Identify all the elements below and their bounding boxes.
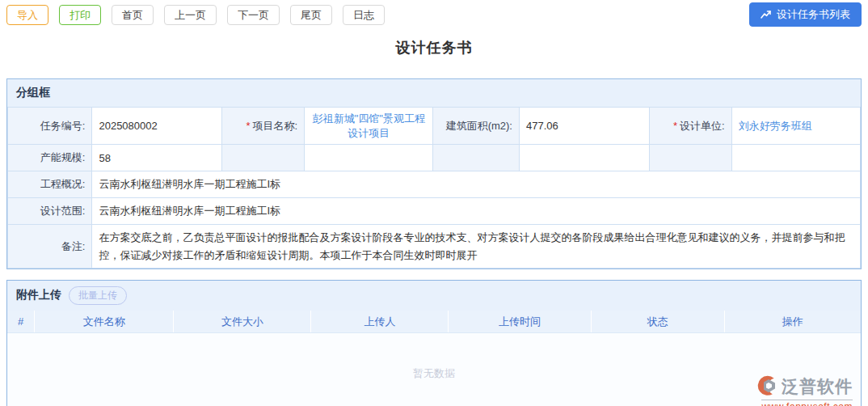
required-asterisk: * [246, 120, 250, 132]
toolbar: 导入 打印 首页 上一页 下一页 尾页 日志 设计任务书列表 [0, 0, 868, 26]
trending-up-icon [761, 10, 772, 19]
attachments-table: # 文件名称 文件大小 上传人 上传时间 状态 操作 [7, 311, 861, 334]
prev-page-button[interactable]: 上一页 [164, 5, 217, 25]
building-area-label: 建筑面积(m2): [433, 108, 520, 145]
empty-data-placeholder: 暂无数据 [7, 333, 861, 406]
project-name-label: *项目名称: [221, 108, 304, 145]
group-box-header: 分组框 [7, 79, 861, 107]
form-row-4: 设计范围: 云南水利枢纽潜明水库一期工程施工I标 [8, 198, 861, 225]
remark-label: 备注: [8, 225, 92, 269]
design-unit-value: 刘永好劳务班组 [731, 108, 860, 145]
col-upload-time: 上传时间 [449, 311, 591, 333]
overview-value: 云南水利枢纽潜明水库一期工程施工I标 [92, 171, 861, 198]
col-status: 状态 [591, 311, 724, 333]
attachments-header: 附件上传 批量上传 [7, 281, 861, 311]
form-row-3: 工程概况: 云南水利枢纽潜明水库一期工程施工I标 [8, 171, 861, 198]
attachments-table-header-row: # 文件名称 文件大小 上传人 上传时间 状态 操作 [7, 311, 861, 333]
brand-name: 泛普软件 [782, 375, 853, 398]
group-box-title: 分组框 [16, 86, 50, 100]
attachments-section: 附件上传 批量上传 # 文件名称 文件大小 上传人 上传时间 状态 操作 暂无数… [6, 280, 862, 406]
log-button[interactable]: 日志 [343, 5, 385, 25]
capacity-value: 58 [92, 145, 221, 171]
form-row-1: 任务编号: 2025080002 *项目名称: 彭祖新城"四馆"景观工程设计项目… [8, 108, 861, 145]
task-no-value: 2025080002 [92, 108, 221, 145]
required-asterisk: * [673, 120, 677, 132]
form-row-5: 备注: 在方案交底之前，乙负责总平面设计的报批配合及方案设计阶段各专业的技术支、… [8, 225, 861, 269]
design-task-form: 任务编号: 2025080002 *项目名称: 彭祖新城"四馆"景观工程设计项目… [7, 107, 861, 269]
col-file-size: 文件大小 [174, 311, 311, 333]
design-unit-label: *设计单位: [650, 108, 731, 145]
col-uploader: 上传人 [311, 311, 449, 333]
empty-value-cell [731, 145, 860, 171]
scope-label: 设计范围: [8, 198, 92, 225]
next-page-button[interactable]: 下一页 [227, 5, 280, 25]
col-operation: 操作 [724, 311, 861, 333]
brand-watermark: 泛普软件 www.fanpusoft.com [757, 375, 853, 406]
print-button[interactable]: 打印 [59, 5, 101, 25]
scope-value: 云南水利枢纽潜明水库一期工程施工I标 [92, 198, 861, 225]
last-page-button[interactable]: 尾页 [290, 5, 332, 25]
design-task-list-button-label: 设计任务书列表 [777, 7, 850, 22]
empty-label-cell [221, 145, 304, 171]
capacity-label: 产能规模: [8, 145, 92, 171]
group-box-section: 分组框 任务编号: 2025080002 *项目名称: 彭祖新城"四馆"景观工程… [6, 78, 862, 269]
brand-website: www.fanpusoft.com [761, 400, 853, 406]
col-file-name: 文件名称 [35, 311, 174, 333]
overview-label: 工程概况: [8, 171, 92, 198]
building-area-value: 477.06 [519, 108, 649, 145]
project-name-link[interactable]: 彭祖新城"四馆"景观工程设计项目 [313, 112, 425, 139]
home-page-button[interactable]: 首页 [112, 5, 154, 25]
empty-value-cell [519, 145, 649, 171]
page-title: 设计任务书 [0, 38, 868, 57]
empty-label-cell [650, 145, 731, 171]
batch-upload-button[interactable]: 批量上传 [69, 286, 127, 305]
design-task-list-button[interactable]: 设计任务书列表 [749, 2, 862, 27]
empty-value-cell [305, 145, 433, 171]
remark-value: 在方案交底之前，乙负责总平面设计的报批配合及方案设计阶段各专业的技术支、对方案设… [92, 225, 861, 269]
col-index: # [7, 311, 35, 333]
fanpu-logo-icon [757, 375, 778, 399]
import-button[interactable]: 导入 [6, 5, 48, 25]
project-name-value: 彭祖新城"四馆"景观工程设计项目 [305, 108, 433, 145]
design-unit-link[interactable]: 刘永好劳务班组 [739, 120, 812, 132]
task-no-label: 任务编号: [8, 108, 92, 145]
empty-label-cell [433, 145, 520, 171]
form-row-2: 产能规模: 58 [8, 145, 861, 171]
attachments-title: 附件上传 [16, 288, 61, 302]
